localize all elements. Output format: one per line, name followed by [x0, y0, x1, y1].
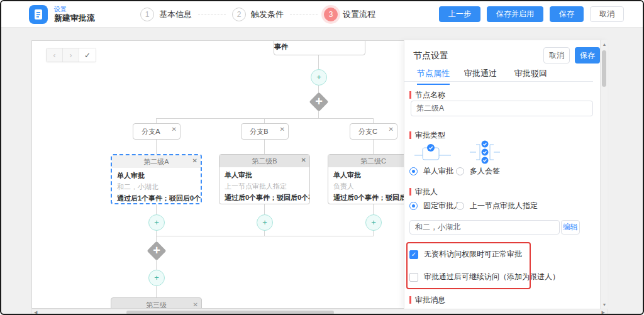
- step-label: 基本信息: [159, 9, 192, 20]
- radio-fixed-approver[interactable]: 固定审批人: [409, 201, 461, 211]
- connector-line: [264, 140, 265, 154]
- add-node-button[interactable]: +: [257, 214, 273, 231]
- branch-node-a[interactable]: 分支A ✕: [133, 123, 180, 140]
- close-icon[interactable]: ✕: [301, 157, 306, 163]
- save-and-enable-button[interactable]: 保存并启用: [487, 6, 543, 22]
- merge-gateway-node[interactable]: +: [146, 240, 167, 262]
- connector-line: [373, 140, 374, 154]
- checkbox-continue-access-after-approval[interactable]: 审批通过后可继续访问（添加为跟进人）: [409, 272, 560, 282]
- branch-node-c[interactable]: 分支C ✕: [350, 123, 397, 140]
- app-identity: 设置 新建审批流: [29, 5, 95, 24]
- plus-icon: +: [146, 240, 167, 262]
- approver-text: 和二，小湖北: [117, 182, 196, 192]
- approval-node-card-b[interactable]: 第二级B ✕ 单人审批 上一节点审批人指定 通过后0个事件；驳回后0个事件: [219, 154, 310, 204]
- scroll-right-icon[interactable]: ▶: [602, 310, 605, 315]
- step-number: 3: [324, 8, 338, 21]
- add-node-button[interactable]: +: [311, 69, 327, 86]
- approver-text: 负责人: [333, 182, 413, 191]
- undo-button[interactable]: ‹: [47, 48, 63, 62]
- scroll-up-icon[interactable]: ▲: [601, 42, 608, 47]
- close-icon[interactable]: ✕: [192, 158, 197, 164]
- close-icon[interactable]: ✕: [280, 126, 285, 133]
- edit-approver-button[interactable]: 编辑: [561, 220, 580, 235]
- app-window: 设置 新建审批流 1 基本信息 2 触发条件 3 设置流程 上一步 保存并启用 …: [0, 0, 644, 315]
- approver-label: 审批人: [409, 187, 438, 197]
- add-node-button[interactable]: +: [148, 270, 165, 286]
- connector-line: [156, 140, 157, 154]
- close-icon[interactable]: ✕: [172, 126, 177, 133]
- node-name-input[interactable]: [411, 101, 593, 116]
- step-divider: [290, 14, 318, 14]
- tab-node-properties[interactable]: 节点属性: [417, 68, 450, 85]
- tab-approval-reject[interactable]: 审批驳回: [514, 68, 547, 84]
- panel-vertical-scrollbar[interactable]: ▲ ▼: [600, 40, 608, 309]
- required-marker: [409, 131, 411, 139]
- close-icon[interactable]: ✕: [193, 302, 198, 308]
- radio-multi-countersign[interactable]: 多人会签: [456, 166, 500, 177]
- node-settings-panel: 节点设置 取消 保存 节点属性 审批通过 审批驳回 节点名称 审批类型 单人审批: [404, 40, 608, 309]
- topbar-actions: 上一步 保存并启用 保存 取消: [439, 6, 624, 22]
- events-text: 通过后0个事件；驳回后0个事件: [333, 193, 413, 202]
- node-name-label: 节点名称: [409, 90, 445, 101]
- connector-line: [156, 231, 157, 236]
- checkbox-allow-approve-without-access[interactable]: ✓ 无资料访问权限时可正常审批: [409, 249, 522, 260]
- approver-input[interactable]: [409, 220, 560, 235]
- branch-label: 分支B: [242, 124, 277, 139]
- plus-icon: +: [308, 91, 330, 113]
- add-node-button[interactable]: +: [148, 214, 165, 231]
- step-basic-info[interactable]: 1 基本信息: [140, 8, 192, 21]
- card-title: 第二级A: [143, 158, 169, 165]
- cancel-button[interactable]: 取消: [590, 6, 624, 22]
- connector-line: [373, 231, 374, 236]
- scrollbar-thumb[interactable]: [126, 311, 334, 314]
- redo-button[interactable]: ›: [63, 48, 79, 62]
- branch-node-b[interactable]: 分支B ✕: [241, 123, 289, 140]
- radio-selected-icon: [409, 202, 418, 210]
- connector-line: [373, 204, 374, 214]
- radio-unselected-icon: [456, 167, 464, 175]
- add-node-button[interactable]: +: [365, 214, 382, 231]
- connector-line: [373, 118, 374, 123]
- third-level-node[interactable]: 第三级 ✕: [111, 297, 202, 309]
- connector-line: [264, 118, 265, 123]
- checkbox-checked-icon: ✓: [409, 250, 418, 259]
- previous-step-button[interactable]: 上一步: [439, 6, 480, 22]
- radio-unselected-icon: [456, 202, 464, 210]
- approval-type-text: 单人审批: [225, 170, 304, 180]
- save-button[interactable]: 保存: [550, 6, 584, 22]
- scroll-left-icon[interactable]: ◀: [34, 310, 37, 315]
- merge-line: [156, 236, 374, 236]
- scrollbar-thumb[interactable]: [602, 50, 606, 87]
- approval-node-card-a[interactable]: 第二级A ✕ 单人审批 和二，小湖北 通过后1个事件；驳回后0个事件: [111, 154, 202, 204]
- branch-label: 分支C: [350, 124, 386, 139]
- step-trigger-condition[interactable]: 2 触发条件: [232, 8, 284, 21]
- branch-gateway-node[interactable]: +: [308, 91, 330, 113]
- node-title: 第三级: [111, 298, 201, 309]
- step-label: 设置流程: [343, 9, 375, 20]
- connector-line: [156, 118, 157, 123]
- events-text: 通过后1个事件；驳回后0个事件: [117, 194, 196, 203]
- scroll-down-icon[interactable]: ▼: [601, 302, 608, 307]
- validate-button[interactable]: ✓: [79, 48, 96, 62]
- approval-type-text: 单人审批: [333, 170, 413, 180]
- single-approval-icon[interactable]: [414, 142, 451, 167]
- breadcrumb-settings: 设置: [54, 6, 95, 13]
- connector-line: [156, 286, 157, 297]
- panel-cancel-button[interactable]: 取消: [543, 47, 570, 64]
- close-icon[interactable]: ✕: [389, 126, 394, 133]
- approval-message-label: 审批消息: [409, 295, 445, 306]
- radio-previous-node-approver[interactable]: 上一节点审批人指定: [456, 201, 538, 211]
- panel-tabs: 节点属性 审批通过 审批驳回: [404, 68, 593, 82]
- card-title: 第二级B: [252, 157, 277, 165]
- upstream-node-events[interactable]: 通过后0个事件；驳回后0个事件: [274, 40, 365, 55]
- canvas-horizontal-scrollbar[interactable]: ◀ ▶: [31, 309, 608, 315]
- step-setup-flow[interactable]: 3 设置流程: [324, 8, 375, 21]
- events-text: 通过后0个事件；驳回后0个事件: [274, 40, 365, 52]
- connector-line: [264, 204, 265, 214]
- panel-save-button[interactable]: 保存: [575, 47, 600, 64]
- connector-line: [264, 231, 265, 236]
- step-number: 1: [140, 8, 154, 21]
- tab-approval-pass[interactable]: 审批通过: [464, 68, 497, 84]
- multi-countersign-icon[interactable]: [470, 140, 500, 167]
- radio-single-approval[interactable]: 单人审批: [409, 166, 453, 177]
